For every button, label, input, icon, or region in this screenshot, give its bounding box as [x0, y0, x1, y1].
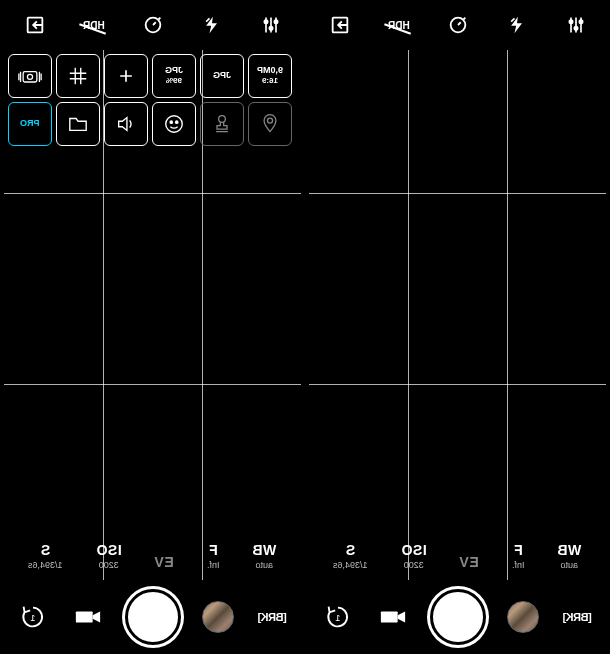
settings-sliders-icon[interactable]	[256, 10, 286, 40]
grid-toggle-button[interactable]	[56, 54, 100, 98]
svg-rect-13	[75, 611, 92, 622]
param-ev[interactable]: EV	[154, 554, 174, 570]
param-shutter[interactable]: S 1/394,6s	[333, 542, 368, 570]
param-ev[interactable]: EV	[459, 554, 479, 570]
shutter-button[interactable]	[430, 589, 486, 645]
stamp-button[interactable]	[200, 102, 244, 146]
camera-params-bar-r: S 1/394,6s ISO 3200 EV F Inf. WB auto	[309, 542, 606, 570]
import-icon[interactable]	[325, 10, 355, 40]
jpg-text: JPG	[213, 71, 231, 81]
svg-point-11	[267, 118, 272, 123]
shutter-label: S	[346, 542, 356, 558]
grid-h1	[309, 193, 606, 194]
shutter-value: 1/394,6s	[28, 560, 63, 570]
options-panel: JPG99% JPG 9,0MP16:9 PRO	[8, 54, 292, 146]
svg-text:1: 1	[30, 613, 35, 623]
flash-icon[interactable]	[502, 10, 532, 40]
ev-label: EV	[154, 554, 174, 570]
param-wb[interactable]: WB auto	[557, 542, 581, 570]
crosshair-button[interactable]	[104, 54, 148, 98]
wb-label: WB	[252, 542, 276, 558]
top-toolbar-r: HDR	[305, 0, 610, 50]
camera-screen-right: HDR S 1/394,6s ISO 3200 EV	[305, 0, 610, 654]
camera-screen-left: HDR JPG99%	[0, 0, 305, 654]
shutter-label: S	[41, 542, 51, 558]
bracket-mode-button[interactable]: [BRK]	[255, 599, 291, 635]
jpg-format-button[interactable]: JPG	[200, 54, 244, 98]
gallery-thumbnail[interactable]	[505, 599, 541, 635]
svg-point-9	[176, 121, 178, 123]
bottom-toolbar: 1 [BRK]	[0, 580, 305, 654]
param-aperture[interactable]: F Inf.	[207, 542, 220, 570]
sound-button[interactable]	[104, 102, 148, 146]
settings-sliders-icon[interactable]	[561, 10, 591, 40]
hdr-icon[interactable]: HDR	[79, 10, 109, 40]
bracket-mode-button[interactable]: [BRK]	[560, 599, 596, 635]
location-button[interactable]	[248, 102, 292, 146]
viewfinder[interactable]: JPG99% JPG 9,0MP16:9 PRO	[4, 50, 301, 580]
svg-text:1: 1	[335, 613, 340, 623]
f-value: Inf.	[207, 560, 220, 570]
param-iso[interactable]: ISO 3200	[401, 542, 427, 570]
hdr-icon[interactable]: HDR	[384, 10, 414, 40]
rotate-camera-icon[interactable]: 1	[320, 599, 356, 635]
iso-value: 3200	[99, 560, 119, 570]
iso-label: ISO	[401, 542, 427, 558]
timer-icon[interactable]	[138, 10, 168, 40]
pro-text: PRO	[20, 119, 40, 129]
svg-point-18	[579, 20, 582, 23]
shutter-button[interactable]	[125, 589, 181, 645]
svg-point-8	[170, 121, 172, 123]
svg-point-7	[166, 116, 183, 133]
brk-label: [BRK]	[258, 611, 287, 623]
grid-v1	[408, 50, 409, 580]
svg-point-4	[274, 20, 277, 23]
param-wb[interactable]: WB auto	[252, 542, 276, 570]
grid-v2	[507, 50, 508, 580]
wb-value: auto	[256, 560, 274, 570]
svg-point-3	[269, 27, 272, 30]
res-ratio: 16:9	[262, 76, 278, 85]
camera-params-bar: S 1/394,6s ISO 3200 EV F Inf. WB auto	[4, 542, 301, 570]
svg-point-17	[574, 27, 577, 30]
iso-label: ISO	[96, 542, 122, 558]
resolution-button[interactable]: 9,0MP16:9	[248, 54, 292, 98]
jpg-quality-button[interactable]: JPG99%	[152, 54, 196, 98]
grid-h1	[4, 193, 301, 194]
jpg-label: JPG	[165, 65, 183, 75]
param-aperture[interactable]: F Inf.	[512, 542, 525, 570]
pro-mode-button[interactable]: PRO	[8, 102, 52, 146]
wb-value: auto	[561, 560, 579, 570]
svg-rect-20	[380, 611, 397, 622]
svg-point-6	[27, 74, 32, 79]
grid-h2	[309, 384, 606, 385]
video-mode-icon[interactable]	[70, 599, 106, 635]
jpg-quality-value: 99%	[166, 76, 182, 85]
param-shutter[interactable]: S 1/394,6s	[28, 542, 63, 570]
camera-mode-button[interactable]	[8, 54, 52, 98]
f-value: Inf.	[512, 560, 525, 570]
ev-label: EV	[459, 554, 479, 570]
viewfinder-r[interactable]: S 1/394,6s ISO 3200 EV F Inf. WB auto	[309, 50, 606, 580]
param-iso[interactable]: ISO 3200	[96, 542, 122, 570]
video-mode-icon[interactable]	[375, 599, 411, 635]
svg-point-2	[264, 20, 267, 23]
folder-button[interactable]	[56, 102, 100, 146]
wb-label: WB	[557, 542, 581, 558]
gallery-thumbnail[interactable]	[200, 599, 236, 635]
timer-icon[interactable]	[443, 10, 473, 40]
res-mp: 9,0MP	[257, 65, 283, 75]
brk-label: [BRK]	[563, 611, 592, 623]
f-label: F	[209, 542, 218, 558]
top-toolbar: HDR	[0, 0, 305, 50]
iso-value: 3200	[404, 560, 424, 570]
svg-point-16	[569, 20, 572, 23]
flash-icon[interactable]	[197, 10, 227, 40]
shutter-value: 1/394,6s	[333, 560, 368, 570]
import-icon[interactable]	[20, 10, 50, 40]
f-label: F	[514, 542, 523, 558]
emoji-button[interactable]	[152, 102, 196, 146]
bottom-toolbar-r: 1 [BRK]	[305, 580, 610, 654]
svg-point-10	[219, 116, 226, 123]
rotate-camera-icon[interactable]: 1	[15, 599, 51, 635]
